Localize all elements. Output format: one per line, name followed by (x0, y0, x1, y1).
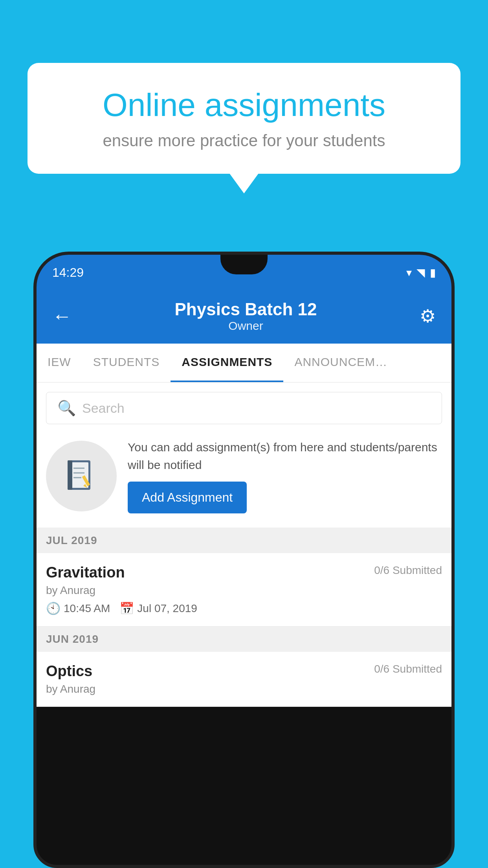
promo-content: You can add assignment(s) from here and … (128, 438, 442, 513)
signal-icon: ◥ (416, 266, 425, 279)
add-assignment-button[interactable]: Add Assignment (128, 482, 247, 513)
status-time: 14:29 (52, 265, 84, 280)
phone-screen: 🔍 Search You can add assignment(s) from … (37, 383, 451, 707)
assignment-name: Optics (46, 663, 92, 680)
assignment-item-gravitation[interactable]: Gravitation 0/6 Submitted by Anurag 🕙 10… (37, 553, 451, 627)
back-button[interactable]: ← (52, 305, 72, 327)
speech-bubble: Online assignments ensure more practice … (28, 63, 460, 174)
tab-students[interactable]: STUDENTS (82, 344, 171, 382)
svg-rect-1 (70, 462, 88, 488)
promo-text: You can add assignment(s) from here and … (128, 438, 442, 474)
speech-bubble-container: Online assignments ensure more practice … (28, 63, 460, 174)
header-title-block: Physics Batch 12 Owner (175, 300, 317, 333)
speech-bubble-subtitle: ensure more practice for your students (59, 131, 429, 150)
promo-block: You can add assignment(s) from here and … (37, 424, 451, 528)
app-header: ← Physics Batch 12 Owner ⚙ (37, 290, 451, 344)
notebook-icon (62, 456, 101, 496)
promo-icon-circle (46, 441, 117, 511)
batch-title: Physics Batch 12 (175, 300, 317, 319)
tab-announcements[interactable]: ANNOUNCEM… (283, 344, 398, 382)
assignment-author: by Anurag (46, 584, 442, 597)
batch-role: Owner (175, 319, 317, 333)
phone-frame: 14:29 ▾ ◥ ▮ ← Physics Batch 12 Owner ⚙ I… (33, 252, 455, 868)
battery-icon: ▮ (430, 266, 436, 279)
search-bar[interactable]: 🔍 Search (46, 392, 442, 424)
settings-icon[interactable]: ⚙ (420, 305, 436, 327)
assignment-row: Optics 0/6 Submitted (46, 663, 442, 680)
svg-rect-2 (68, 460, 72, 490)
assignment-author: by Anurag (46, 683, 442, 695)
meta-date: 📅 Jul 07, 2019 (119, 601, 197, 615)
search-icon: 🔍 (57, 399, 76, 417)
assignment-submitted: 0/6 Submitted (374, 564, 442, 577)
wifi-icon: ▾ (406, 266, 412, 279)
status-icons: ▾ ◥ ▮ (406, 266, 436, 279)
assignment-meta: 🕙 10:45 AM 📅 Jul 07, 2019 (46, 601, 442, 615)
meta-time: 🕙 10:45 AM (46, 601, 110, 615)
assignment-row: Gravitation 0/6 Submitted (46, 564, 442, 581)
assignment-submitted: 0/6 Submitted (374, 663, 442, 675)
search-placeholder: Search (82, 401, 125, 416)
section-header-jul: JUL 2019 (37, 528, 451, 553)
tab-assignments[interactable]: ASSIGNMENTS (171, 344, 283, 382)
calendar-icon: 📅 (119, 601, 134, 615)
speech-bubble-title: Online assignments (59, 86, 429, 123)
clock-icon: 🕙 (46, 601, 61, 615)
tabs-bar: IEW STUDENTS ASSIGNMENTS ANNOUNCEM… (37, 344, 451, 383)
tab-iew[interactable]: IEW (37, 344, 82, 382)
section-header-jun: JUN 2019 (37, 627, 451, 652)
status-bar: 14:29 ▾ ◥ ▮ (37, 255, 451, 290)
assignment-date: Jul 07, 2019 (137, 602, 197, 615)
assignment-item-optics[interactable]: Optics 0/6 Submitted by Anurag (37, 652, 451, 707)
assignment-time: 10:45 AM (64, 602, 110, 615)
assignment-name: Gravitation (46, 564, 125, 581)
